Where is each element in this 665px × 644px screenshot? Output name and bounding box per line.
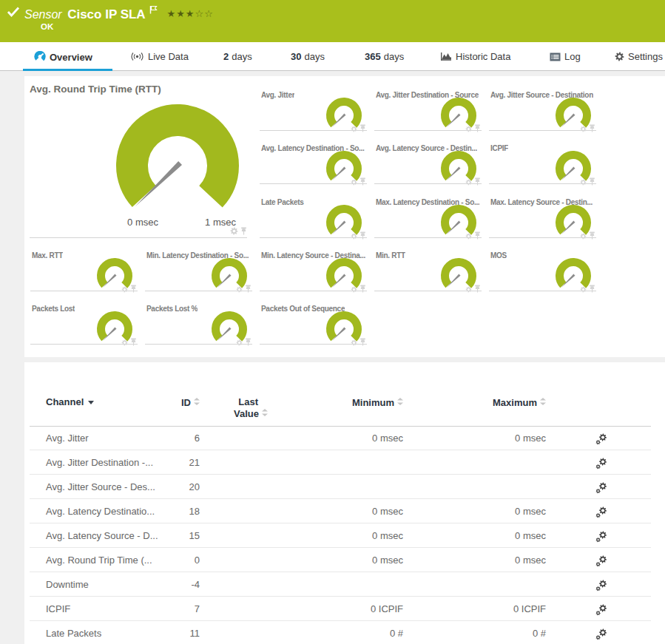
gauge-pin-icon[interactable]: [245, 336, 252, 349]
gauge-settings-gear-icon[interactable]: [351, 336, 357, 349]
gauge-title: Min. RTT: [376, 251, 405, 260]
channel-settings-icon[interactable]: [590, 426, 612, 450]
gauge-title: Packets Lost: [32, 305, 75, 313]
channel-settings-icon[interactable]: [590, 523, 612, 548]
log-icon: [550, 52, 561, 64]
tab-30-days[interactable]: 30days: [291, 51, 325, 69]
channel-id: 6: [141, 426, 200, 450]
sort-arrows-icon[interactable]: [194, 396, 200, 407]
channel-id: 0: [141, 548, 200, 572]
column-header-label: Value: [234, 408, 259, 419]
channel-row[interactable]: Avg. Latency Destinatio...180 msec0 msec: [30, 499, 651, 523]
gauge-icon: [34, 51, 46, 64]
sort-arrows-icon[interactable]: [262, 407, 268, 418]
ok-check-icon: [7, 6, 20, 21]
channel-settings-icon[interactable]: [590, 621, 612, 644]
channel-row[interactable]: Late Packets110 #0 #: [30, 621, 651, 644]
gauge-cell: ICPIF: [489, 131, 596, 184]
tab-historic-data[interactable]: Historic Data: [440, 51, 510, 69]
tab-settings[interactable]: Settings: [615, 51, 663, 69]
column-header-id[interactable]: ID: [141, 396, 200, 408]
channel-minimum: 0 msec: [277, 499, 403, 523]
channel-row[interactable]: Downtime-4: [30, 572, 651, 597]
channel-settings-icon[interactable]: [590, 597, 612, 621]
channel-maximum: 0 msec: [420, 523, 546, 548]
column-header-channel[interactable]: Channel: [46, 396, 94, 407]
channel-row[interactable]: ICPIF70 ICPIF0 ICPIF: [30, 597, 651, 621]
gauge-min-label: 0 msec: [113, 217, 172, 228]
tab-label: days: [384, 51, 404, 62]
live-data-icon: [130, 52, 144, 64]
gauge-settings-gear-icon[interactable]: [230, 225, 238, 238]
gauge-cell: Avg. Latency Destination - So...: [260, 131, 367, 184]
sort-arrows-icon[interactable]: [540, 396, 546, 407]
gauge-title: Max. RTT: [32, 251, 63, 260]
tab-number: 2: [223, 51, 229, 62]
channel-maximum: 0 msec: [420, 499, 546, 523]
channel-maximum: [420, 450, 546, 475]
channel-maximum: [420, 475, 546, 499]
sensor-header-bar: Sensor Cisco IP SLA ★★★☆☆ OK: [0, 0, 665, 42]
gauge-cell: Late Packets: [260, 185, 367, 238]
gauge-pin-icon[interactable]: [130, 336, 137, 349]
gauge-pin-icon[interactable]: [359, 336, 366, 349]
tab-live-data[interactable]: Live Data: [130, 51, 189, 69]
priority-stars[interactable]: ★★★☆☆: [167, 8, 214, 19]
gauge-pin-icon[interactable]: [240, 225, 247, 238]
gauge-cell: Max. Latency Destination - So...: [374, 185, 482, 238]
tab-log[interactable]: Log: [550, 51, 581, 69]
channel-row[interactable]: Avg. Jitter60 msec0 msec: [30, 426, 651, 450]
gauge-cell: Avg. Jitter Source - Destination: [489, 78, 596, 131]
channel-id: 11: [141, 621, 200, 644]
column-header-label: Last: [201, 396, 268, 407]
flag-icon[interactable]: [149, 4, 158, 16]
gauge-cell: Max. Latency Source - Destin...: [489, 185, 596, 238]
channel-maximum: 0 #: [420, 621, 546, 644]
gauge-title: ICPIF: [490, 144, 508, 152]
tab-365-days[interactable]: 365days: [365, 51, 404, 69]
gauge-title: Late Packets: [261, 198, 304, 206]
tab-number: 30: [291, 51, 301, 62]
channel-row[interactable]: Avg. Round Trip Time (...00 msec0 msec: [30, 548, 651, 572]
gauge-title: Packets Lost %: [146, 305, 198, 313]
tab-label: Historic Data: [456, 51, 510, 62]
gauge-pin-icon[interactable]: [474, 282, 481, 296]
gauge-cell: Packets Out of Sequence: [260, 291, 367, 345]
gauge-pin-icon[interactable]: [589, 282, 595, 296]
gauge-cell: Max. RTT: [30, 238, 138, 291]
tab-number: 365: [365, 51, 381, 62]
channel-maximum: 0 ICPIF: [420, 597, 546, 621]
channel-settings-icon[interactable]: [590, 572, 612, 597]
channel-settings-icon[interactable]: [590, 475, 612, 499]
column-header-last-value[interactable]: LastValue: [201, 396, 268, 419]
channel-settings-icon[interactable]: [590, 450, 612, 475]
gear-icon: [615, 52, 624, 64]
tab-label: Log: [564, 51, 581, 62]
gauges-panel: Avg. Round Trip Time (RTT)0 msec1 msecAv…: [24, 76, 665, 357]
column-header-label: Channel: [46, 396, 84, 407]
gauge-settings-gear-icon[interactable]: [465, 282, 472, 296]
gauge-cell: Avg. Jitter: [260, 78, 367, 131]
table-rows: Avg. Jitter60 msec0 msecAvg. Jitter Dest…: [30, 426, 651, 644]
column-header-label: ID: [181, 397, 191, 408]
channel-minimum: 0 #: [277, 621, 403, 644]
channel-row[interactable]: Avg. Jitter Destination -...21: [30, 450, 651, 475]
gauge-settings-gear-icon[interactable]: [236, 336, 243, 349]
tab-2-days[interactable]: 2days: [223, 51, 252, 69]
channel-settings-icon[interactable]: [590, 499, 612, 523]
column-header-maximum[interactable]: Maximum: [420, 396, 546, 408]
gauge-cell: Min. Latency Destination - So...: [145, 238, 252, 291]
tab-overview[interactable]: Overview: [34, 51, 92, 69]
sort-desc-arrow-icon: [88, 401, 94, 404]
column-header-minimum[interactable]: Minimum: [277, 396, 403, 408]
channel-id: 21: [141, 450, 200, 475]
channel-minimum: [277, 572, 403, 597]
channel-row[interactable]: Avg. Latency Source - D...150 msec0 msec: [30, 523, 651, 548]
channel-id: 18: [141, 499, 200, 523]
gauge-settings-gear-icon[interactable]: [121, 336, 128, 349]
gauge-settings-gear-icon[interactable]: [580, 282, 587, 296]
channel-row[interactable]: Avg. Jitter Source - Des...20: [30, 475, 651, 499]
sort-arrows-icon[interactable]: [397, 396, 403, 407]
channel-settings-icon[interactable]: [590, 548, 612, 572]
channel-minimum: 0 ICPIF: [277, 597, 403, 621]
